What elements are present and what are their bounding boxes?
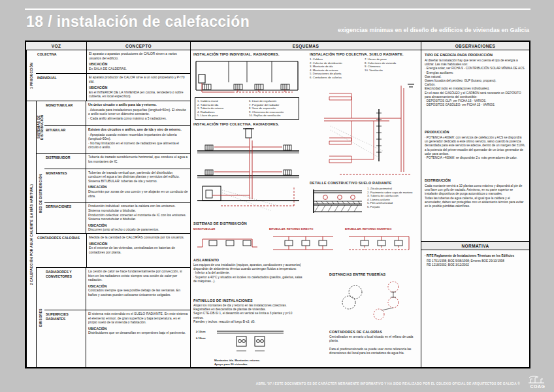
tipo-energia-text: Al diseñar la instalación hay que tener …: [425, 59, 525, 107]
concept-lead: Existen dos circuitos o anillos, uno de …: [88, 127, 188, 132]
coag-logo: COAG: [527, 376, 549, 389]
group-label-produccion: 1 PRODUCCIÓN: [26, 50, 36, 101]
ubicacion-label: UBICACIÓN: [89, 86, 188, 90]
group-calefaccion: 2 CALEFACCIÓN POR AGUA CALIENTE (LA MÁS …: [26, 101, 190, 367]
tipo-energia-title: TIPO DE ENERGÍA PARA PRODUCCIÓN: [425, 53, 493, 57]
patinillos-text: Alojan los montantes de ida y retorno en…: [193, 304, 293, 324]
concept-body: El sistema más extendido es el SUELO RAD…: [88, 312, 188, 325]
concept-cell: El sistema más extendido es el SUELO RAD…: [86, 310, 190, 367]
table-header-row: VOZ CONCEPTO ESQUEMAS OBSERVACIONES: [26, 42, 529, 50]
table-row: COLECTIVA El aparato o aparatos producto…: [36, 50, 190, 74]
voz-name: RADIADORES Y CONVECTORES: [44, 268, 86, 310]
patinillos-dim-2: ≥ 10cm: [196, 336, 206, 340]
page-title: 18 / instalación de calefacción: [26, 13, 250, 31]
ubicacion-text: Colocados siempre que sea posible debajo…: [88, 288, 188, 297]
diagram-caption: BITUBULAR. RETORNO DIRECTO: [269, 227, 342, 231]
detalle-suelo-diagram: [311, 187, 363, 216]
concept-body: · Adecuada para instalaciones pequeñas (…: [88, 108, 188, 121]
group-produccion: 1 PRODUCCIÓN COLECTIVA El aparato o apar…: [26, 50, 190, 101]
ubicacion-label: UBICACIÓN: [88, 185, 188, 189]
ubicacion-label: UBICACIÓN: [89, 242, 188, 246]
voz-name: SUPERFICIES RADIANTES: [44, 310, 86, 367]
distancias-tuberias-diagram: [333, 279, 413, 325]
voz-name: CONTADORES CALORIAS: [36, 234, 87, 267]
ubicacion-text: Discurren junto al techo o zócalo de par…: [88, 227, 188, 232]
normativa-text: RD 1751/1998; BOE 5/08/1998; Errores BOE…: [427, 259, 525, 267]
subgroup-sistemas: SISTEMAS DE DISTRIBUCIÓN MONOTUBULAR Un …: [36, 101, 190, 154]
schema-title-suelo: INSTALACIÓN TIPO COLECTIVA. SUELO RADIAN…: [310, 52, 404, 56]
table-body: 1 PRODUCCIÓN COLECTIVA El aparato o apar…: [26, 50, 529, 367]
table-row: DISTRIBUIDOR Tubería de trazado sensible…: [44, 154, 190, 169]
header-rule: [25, 8, 530, 10]
subgroup-red: RED DE DISTRIBUCIÓN DISTRIBUIDOR Tubería…: [36, 154, 190, 234]
table-row: RADIADORES Y CONVECTORES La cesión de ca…: [44, 268, 190, 310]
concept-cell: Producción individual: conectan la calde…: [86, 203, 190, 233]
voz-name: MONOTUBULAR: [44, 101, 86, 125]
coag-logo-icon: [527, 376, 546, 384]
distancias-title: DISTANCIAS ENTRE TUBERÍAS: [329, 272, 385, 276]
individual-legend-right: 6. Llave de regulación 7. Purgador del r…: [249, 99, 297, 118]
ubicacion-label: UBICACIÓN: [88, 223, 188, 228]
column-header-esquemas: ESQUEMAS: [191, 42, 421, 50]
concept-body: · Apropiado cuando existen recorridos im…: [88, 133, 188, 150]
patinillos-title: PATINILLOS DE INSTALACIONES: [193, 299, 253, 302]
concept-body: Producción individual: conectan la calde…: [88, 204, 188, 221]
diagram-caption: MONOTUBULAR: [193, 227, 267, 231]
ubicacion-text: Distribuidores que se desarrollan en ser…: [88, 331, 188, 335]
voz-name: MONTANTES: [44, 169, 86, 203]
schema-title-individual: INSTALACIÓN TIPO INDIVIDUAL. RADIADORES.: [193, 52, 280, 56]
concept-cell: Tubería de trazado sensiblemente horizon…: [86, 154, 190, 169]
aislamiento-title: AISLAMIENTO: [193, 258, 219, 262]
coag-logo-text: COAG: [527, 384, 549, 389]
document-page: 18 / instalación de calefacción exigenci…: [0, 0, 554, 392]
individual-legend: 1. Caldera mural 2. Tubería de ida 3. Tu…: [195, 97, 299, 120]
detalle-title: DETALLE CONSTRUCTIVO SUELO RADIANTE: [310, 181, 392, 185]
normativa-header: NORMATIVA: [421, 241, 529, 250]
suelo-radiante-diagram: [311, 80, 416, 178]
voz-name: DERIVACIONES: [44, 203, 86, 233]
schema-title-sistemas: SISTEMAS DE DISTRIBUCIÓN: [193, 221, 247, 225]
ubicacion-label: UBICACIÓN: [89, 62, 188, 67]
concept-body: El aparato o aparatos productores de CAL…: [89, 52, 188, 60]
concept-cell: El aparato productor de CALOR sirve a un…: [87, 74, 190, 101]
ubicacion-text: En el exterior de las viviendas, central…: [89, 246, 188, 254]
voz-name: DISTRIBUIDOR: [44, 154, 86, 169]
sistema-monotubular-diagram: MONOTUBULAR: [193, 227, 267, 253]
normativa-lead: · RITE Reglamento de Instalaciones Térmi…: [425, 254, 525, 258]
esquemas-column: INSTALACIÓN TIPO INDIVIDUAL. RADIADORES.: [191, 50, 421, 367]
concept-cell: La cesión de calor se hace fundamentalme…: [86, 268, 190, 310]
produccion-title: PRODUCCIÓN: [425, 130, 449, 134]
subgroup-label-red: RED DE DISTRIBUCIÓN: [36, 154, 44, 233]
table-row: DERIVACIONES Producción individual: cone…: [44, 203, 190, 233]
column-header-concepto: CONCEPTO: [87, 42, 191, 50]
patinillos-dim-1: ≥ 10cm: [196, 330, 206, 334]
concept-body: Tubería de trazado sensiblemente horizon…: [88, 155, 188, 163]
subgroup-emisores: EMISORES RADIADORES Y CONVECTORES La ces…: [36, 268, 190, 367]
suelo-legend-left: 1. Caldera 2. Colector de distribución 3…: [310, 57, 361, 79]
concept-lead: Un único circuito o anillo para ida y re…: [88, 103, 188, 107]
individual-radiators-diagram: [195, 57, 299, 95]
produccion-text: · POTENCIA ≤400kW: con servicios de cale…: [425, 136, 525, 160]
subgroup-label-emisores: EMISORES: [36, 268, 44, 367]
footer-text: ABRIL '07 / ESTE DOCUMENTO ES DE CARÁCTE…: [256, 382, 520, 385]
concept-cell: Existen dos circuitos o anillos, uno de …: [86, 126, 190, 153]
contadores-text: Centralizados en armario o local situado…: [329, 335, 417, 355]
concept-body: Medida de la cantidad de CALORÍAS consum…: [89, 235, 188, 240]
row-contadores: CONTADORES CALORIAS Medida de la cantida…: [36, 234, 190, 268]
observaciones-column: TIPO DE ENERGÍA PARA PRODUCCIÓN Al diseñ…: [421, 50, 529, 367]
patinillos-notes: Montantes ida. Montantes retorno. Apoyo …: [214, 359, 312, 366]
table-row: MONTANTES Tuberías de trazado vertical q…: [44, 169, 190, 203]
distribucion-title: DISTRIBUCIÓN: [425, 178, 451, 182]
subgroup-label-sistemas: SISTEMAS DE DISTRIBUCIÓN: [36, 101, 44, 153]
individual-legend-left: 1. Caldera mural 2. Tubería de ida 3. Tu…: [197, 99, 245, 118]
patinillos-diagram: [214, 327, 286, 357]
collective-radiators-diagram: [195, 127, 302, 218]
voz-name: BITUBULAR: [44, 126, 86, 153]
voz-name: COLECTIVA: [36, 50, 87, 73]
ubicacion-label: UBICACIÓN: [88, 284, 188, 289]
content-sheet: VOZ CONCEPTO ESQUEMAS OBSERVACIONES 1 PR…: [25, 41, 530, 368]
voz-concepto-column: 1 PRODUCCIÓN COLECTIVA El aparato o apar…: [26, 50, 191, 367]
concept-cell: Medida de la cantidad de CALORÍAS consum…: [87, 234, 190, 267]
sistema-bitubular-invertido-diagram: BITUBULAR. RETORNO INVERTIDO: [345, 227, 419, 253]
table-row: BITUBULAR Existen dos circuitos o anillo…: [44, 126, 190, 153]
